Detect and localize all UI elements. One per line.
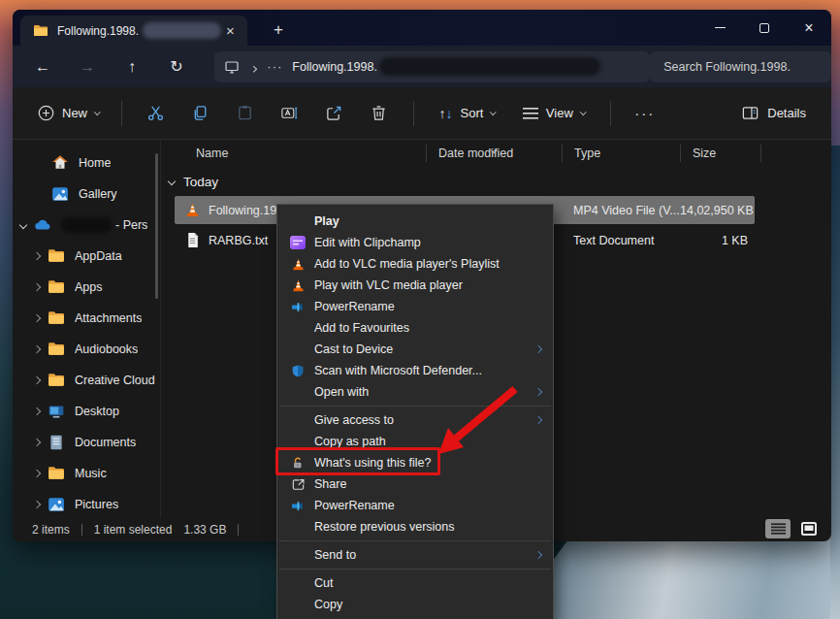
sidebar-item-home[interactable]: Home bbox=[13, 147, 160, 179]
submenu-chevron-icon bbox=[535, 389, 545, 395]
cut-button[interactable] bbox=[137, 96, 176, 131]
chevron-right-icon[interactable] bbox=[34, 284, 48, 290]
menu-item-add-to-vlc-playlist[interactable]: Add to VLC media player's Playlist bbox=[277, 253, 553, 275]
address-bar[interactable]: ··· Following.1998. bbox=[214, 51, 650, 82]
navigation-bar: ← → ↑ ↻ ··· Following.1998. Search Follo… bbox=[13, 46, 831, 87]
thumbnail-view-button[interactable] bbox=[796, 519, 822, 538]
menu-item-scan-with-defender[interactable]: Scan with Microsoft Defender... bbox=[277, 360, 553, 381]
sidebar-item-desktop[interactable]: Desktop bbox=[13, 396, 160, 427]
rename-button[interactable] bbox=[271, 96, 309, 131]
up-button[interactable]: ↑ bbox=[115, 51, 148, 82]
chevron-right-icon[interactable] bbox=[34, 471, 48, 476]
sidebar-item-music[interactable]: Music bbox=[13, 458, 160, 489]
chevron-down-icon bbox=[168, 178, 176, 185]
sidebar-scrollbar[interactable] bbox=[155, 153, 158, 299]
menu-item-play-with-vlc[interactable]: Play with VLC media player bbox=[277, 275, 553, 296]
menu-item-give-access-to[interactable]: Give access to bbox=[277, 409, 553, 431]
annotation-highlight-box bbox=[275, 447, 440, 475]
plus-circle-icon bbox=[38, 105, 54, 121]
refresh-button[interactable]: ↻ bbox=[160, 51, 193, 82]
new-tab-button[interactable]: + bbox=[267, 19, 290, 43]
vlc-file-icon bbox=[184, 202, 201, 218]
file-size: 14,02,950 KB bbox=[680, 204, 756, 217]
menu-item-share[interactable]: Share bbox=[277, 473, 553, 495]
menu-item-cast-to-device[interactable]: Cast to Device bbox=[277, 339, 553, 360]
chevron-right-icon[interactable] bbox=[34, 377, 48, 383]
menu-item-powerrename-2[interactable]: PowerRename bbox=[277, 495, 553, 516]
maximize-button[interactable] bbox=[742, 10, 787, 46]
search-box[interactable]: Search Following.1998. bbox=[650, 51, 831, 82]
column-header-filler bbox=[760, 145, 831, 162]
sidebar-item-attachments[interactable]: Attachments bbox=[13, 303, 160, 334]
column-header-size[interactable]: Size bbox=[680, 145, 760, 162]
new-button[interactable]: New bbox=[28, 98, 110, 128]
details-view-button[interactable] bbox=[765, 519, 791, 538]
delete-button[interactable] bbox=[360, 96, 399, 131]
chevron-right-icon[interactable] bbox=[34, 253, 48, 259]
close-button[interactable]: × bbox=[787, 10, 831, 46]
chevron-right-icon[interactable] bbox=[34, 315, 48, 321]
folder-icon bbox=[48, 465, 65, 482]
share-button[interactable] bbox=[315, 96, 354, 131]
breadcrumb-current-folder: Following.1998. bbox=[292, 60, 377, 74]
view-label: View bbox=[546, 106, 573, 120]
menu-item-open-with[interactable]: Open with bbox=[277, 381, 553, 403]
sidebar-item-documents[interactable]: Documents bbox=[13, 427, 160, 458]
chevron-right-icon[interactable] bbox=[34, 408, 48, 414]
column-header-name[interactable]: Name bbox=[161, 145, 426, 162]
status-divider bbox=[238, 524, 239, 536]
folder-icon bbox=[48, 247, 65, 265]
wallpaper-right-strip bbox=[830, 146, 840, 619]
more-options-button[interactable]: ··· bbox=[623, 105, 666, 121]
menu-item-powerrename[interactable]: PowerRename bbox=[277, 296, 553, 317]
chevron-right-icon[interactable] bbox=[34, 346, 48, 352]
sidebar-item-gallery[interactable]: Gallery bbox=[13, 179, 160, 210]
maximize-icon bbox=[759, 23, 769, 33]
explorer-tab[interactable]: Following.1998. × bbox=[20, 16, 247, 46]
menu-item-send-to[interactable]: Send to bbox=[277, 544, 553, 566]
sidebar-item-appdata[interactable]: AppData bbox=[13, 241, 160, 272]
paste-button[interactable] bbox=[226, 96, 265, 131]
sidebar-label: Pictures bbox=[75, 498, 118, 511]
view-button[interactable]: View bbox=[513, 99, 595, 127]
menu-item-copy[interactable]: Copy bbox=[277, 594, 553, 615]
details-pane-icon bbox=[741, 104, 759, 122]
sidebar-item-apps[interactable]: Apps bbox=[13, 272, 160, 303]
menu-item-cut[interactable]: Cut bbox=[277, 572, 553, 594]
thumbnail-view-icon bbox=[801, 522, 817, 536]
close-icon: × bbox=[804, 20, 813, 36]
sidebar-item-creative-cloud[interactable]: Creative Cloud bbox=[13, 365, 160, 396]
menu-divider bbox=[279, 406, 551, 407]
breadcrumb-overflow[interactable]: ··· bbox=[267, 59, 282, 74]
menu-item-restore-previous-versions[interactable]: Restore previous versions bbox=[277, 516, 553, 538]
sidebar-label: Attachments bbox=[75, 311, 142, 325]
sort-button[interactable]: ↑↓ Sort bbox=[430, 99, 505, 128]
menu-item-play[interactable]: Play bbox=[277, 211, 553, 232]
group-header-today[interactable]: Today bbox=[161, 167, 831, 196]
sidebar-item-pictures[interactable]: Pictures bbox=[13, 489, 160, 517]
tab-close-button[interactable]: × bbox=[221, 21, 240, 41]
sidebar-item-onedrive[interactable]: - Pers bbox=[13, 210, 160, 241]
defender-shield-icon bbox=[291, 364, 305, 378]
chevron-right-icon[interactable] bbox=[34, 440, 48, 445]
folder-icon bbox=[48, 278, 65, 296]
chevron-down-icon[interactable] bbox=[20, 222, 34, 228]
forward-button[interactable]: → bbox=[71, 51, 104, 82]
navigation-sidebar: Home Gallery - Pers AppData bbox=[13, 140, 160, 517]
sidebar-item-audiobooks[interactable]: Audiobooks bbox=[13, 334, 160, 365]
back-button[interactable]: ← bbox=[26, 51, 59, 82]
menu-item-add-to-favourites[interactable]: Add to Favourites bbox=[277, 317, 553, 339]
sidebar-label: Creative Cloud bbox=[75, 374, 155, 387]
trash-icon bbox=[370, 104, 388, 122]
file-name: RARBG.txt bbox=[209, 234, 268, 247]
minimize-button[interactable] bbox=[697, 10, 742, 46]
column-header-type[interactable]: Type bbox=[562, 145, 680, 162]
chevron-right-icon[interactable] bbox=[34, 502, 48, 507]
copy-button[interactable] bbox=[181, 96, 220, 131]
menu-item-edit-with-clipchamp[interactable]: Edit with Clipchamp bbox=[277, 232, 553, 253]
details-pane-button[interactable]: Details bbox=[731, 97, 816, 129]
command-toolbar: New ↑↓ So bbox=[13, 87, 831, 140]
column-headers: Name Date modified Type Size bbox=[161, 140, 831, 167]
onedrive-name-redaction bbox=[61, 217, 112, 233]
home-icon bbox=[51, 154, 69, 172]
